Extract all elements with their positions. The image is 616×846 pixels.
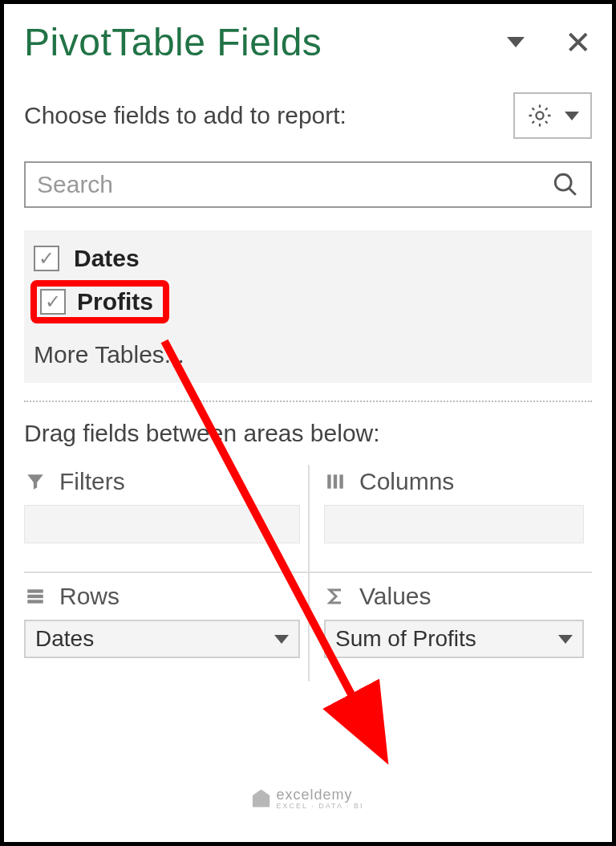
svg-rect-5 (339, 474, 342, 488)
rows-item-dates[interactable]: Dates (24, 620, 300, 658)
area-rows-header: Rows (24, 583, 300, 610)
area-columns: Columns (308, 465, 592, 573)
field-label: Profits (77, 288, 153, 315)
search-placeholder: Search (37, 171, 552, 198)
drag-areas-label: Drag fields between areas below: (24, 420, 592, 447)
area-columns-header: Columns (324, 468, 584, 495)
filters-dropzone[interactable] (24, 505, 300, 543)
svg-rect-6 (27, 589, 43, 592)
search-input[interactable]: Search (24, 161, 592, 208)
checkmark-icon: ✓ (38, 247, 55, 270)
field-label: Dates (74, 245, 140, 272)
choose-fields-label: Choose fields to add to report: (24, 102, 513, 129)
area-filters-header: Filters (24, 468, 300, 495)
area-columns-label: Columns (359, 468, 454, 495)
field-row-profits-highlighted[interactable]: ✓ Profits (30, 280, 169, 323)
gear-icon (526, 102, 553, 129)
divider (24, 401, 592, 402)
rows-icon (24, 585, 47, 608)
tools-button[interactable] (513, 92, 592, 139)
svg-rect-8 (27, 600, 43, 603)
area-values-header: Values (324, 583, 584, 610)
values-item-label: Sum of Profits (335, 626, 558, 652)
checkbox-dates[interactable]: ✓ (34, 246, 59, 271)
watermark-logo-icon (253, 790, 270, 807)
columns-dropzone[interactable] (324, 505, 584, 543)
field-row-dates[interactable]: ✓ Dates (30, 240, 586, 277)
area-filters: Filters (24, 465, 308, 573)
checkbox-profits[interactable]: ✓ (40, 289, 66, 315)
columns-icon (324, 470, 346, 493)
chevron-down-icon (558, 635, 573, 644)
values-item-sum-of-profits[interactable]: Sum of Profits (324, 620, 584, 658)
pane-title: PivotTable Fields (24, 20, 507, 64)
rows-item-label: Dates (35, 626, 274, 652)
close-button[interactable]: ✕ (565, 26, 592, 59)
checkmark-icon: ✓ (45, 291, 61, 313)
search-icon (552, 171, 579, 198)
watermark-subtext: EXCEL · DATA · BI (277, 802, 364, 810)
areas-grid: Filters Columns (24, 465, 592, 681)
svg-rect-7 (27, 595, 43, 598)
watermark-text: exceldemy (277, 787, 364, 803)
pane-header: PivotTable Fields ✕ (24, 20, 592, 64)
area-filters-label: Filters (59, 468, 125, 495)
svg-line-2 (569, 188, 576, 195)
sigma-icon (324, 585, 346, 608)
more-tables-link[interactable]: More Tables... (30, 341, 586, 368)
subheader-row: Choose fields to add to report: (24, 92, 592, 139)
svg-point-0 (536, 112, 543, 119)
watermark: exceldemy EXCEL · DATA · BI (253, 787, 364, 810)
area-rows-label: Rows (59, 583, 120, 610)
fields-list: ✓ Dates ✓ Profits More Tables... (24, 230, 592, 383)
area-values-label: Values (359, 583, 432, 610)
filter-icon (24, 470, 47, 493)
pane-options-dropdown[interactable] (507, 37, 525, 47)
area-rows: Rows Dates (24, 573, 308, 681)
pivottable-fields-pane: PivotTable Fields ✕ Choose fields to add… (4, 4, 612, 842)
chevron-down-icon (565, 112, 579, 120)
area-values: Values Sum of Profits (308, 573, 592, 681)
svg-point-1 (555, 174, 571, 190)
svg-rect-3 (327, 474, 330, 488)
chevron-down-icon (274, 635, 289, 644)
svg-rect-4 (334, 474, 337, 488)
